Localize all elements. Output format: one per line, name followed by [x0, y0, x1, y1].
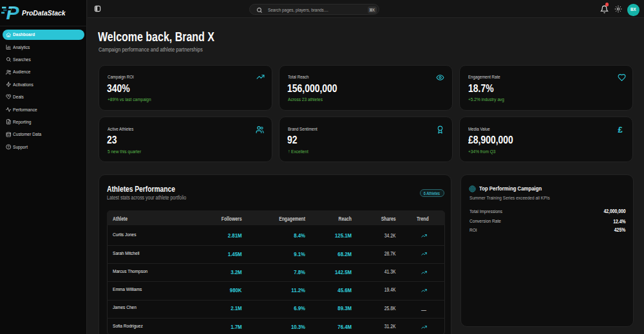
svg-text:P: P: [6, 2, 20, 23]
svg-text:£: £: [618, 125, 623, 134]
